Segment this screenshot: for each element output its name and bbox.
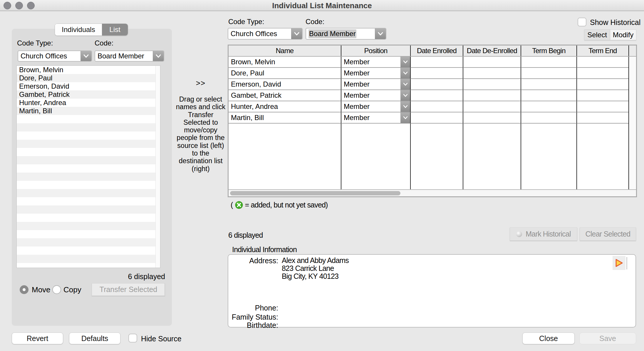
chevron-down-icon[interactable] [400, 90, 410, 101]
table-cell-empty[interactable] [576, 112, 628, 124]
dest-code-type-dropdown[interactable]: Church Offices [228, 28, 303, 40]
table-cell-empty[interactable] [463, 57, 521, 68]
list-item[interactable]: Brown, Melvin [17, 66, 160, 74]
column-header-date-de-enrolled[interactable]: Date De-Enrolled [463, 45, 521, 56]
table-cell-empty[interactable] [463, 101, 521, 112]
source-name-list[interactable]: Brown, MelvinDore, PaulEmerson, DavidGam… [16, 65, 160, 268]
table-cell-empty[interactable] [521, 101, 576, 112]
chevron-down-icon[interactable] [153, 51, 164, 61]
table-cell-name[interactable]: Hunter, Andrea [229, 101, 341, 112]
copy-radio[interactable] [52, 285, 61, 294]
defaults-button[interactable]: Defaults [69, 333, 120, 344]
table-row[interactable]: Brown, MelvinMember [229, 57, 636, 68]
mark-historical-button[interactable]: Mark Historical [510, 227, 577, 241]
table-cell-empty[interactable] [410, 101, 463, 112]
table-cell-empty[interactable] [410, 112, 463, 124]
table-cell-empty[interactable] [410, 90, 463, 101]
chevron-down-icon[interactable] [400, 101, 410, 112]
source-code-dropdown[interactable]: Board Member [95, 50, 164, 62]
tab-individuals[interactable]: Individuals [55, 24, 102, 36]
list-item[interactable]: Gambet, Patrick [17, 90, 160, 99]
table-cell-empty[interactable] [521, 90, 576, 101]
chevron-down-icon[interactable] [400, 57, 410, 67]
hide-source-label[interactable]: Hide Source [141, 335, 182, 343]
clear-selected-button[interactable]: Clear Selected [580, 227, 636, 241]
table-row[interactable]: Emerson, DavidMember [229, 79, 636, 90]
copy-radio-label[interactable]: Copy [63, 285, 81, 294]
position-dropdown[interactable]: Member [341, 79, 410, 90]
table-row[interactable]: Martin, BillMember [229, 112, 636, 124]
revert-button[interactable]: Revert [12, 333, 63, 344]
table-cell-empty[interactable] [576, 68, 628, 79]
table-horizontal-scrollbar[interactable] [229, 189, 636, 196]
table-vertical-scrollbar[interactable] [628, 112, 636, 124]
table-cell-empty[interactable] [463, 90, 521, 101]
table-cell-empty[interactable] [576, 79, 628, 90]
table-vertical-scrollbar[interactable] [628, 68, 636, 79]
transfer-selected-button[interactable]: Transfer Selected [92, 283, 165, 296]
table-cell-empty[interactable] [463, 79, 521, 90]
table-vertical-scrollbar[interactable] [628, 101, 636, 112]
chevron-down-icon[interactable] [291, 28, 302, 39]
table-cell-empty[interactable] [521, 57, 576, 68]
chevron-down-icon[interactable] [400, 112, 410, 123]
column-header-term-end[interactable]: Term End [576, 45, 628, 56]
table-cell-empty[interactable] [463, 68, 521, 79]
hide-source-checkbox[interactable] [128, 334, 137, 342]
table-cell-empty[interactable] [410, 57, 463, 68]
tab-list[interactable]: List [102, 24, 128, 36]
table-cell-name[interactable]: Emerson, David [229, 79, 341, 90]
chevron-down-icon[interactable] [400, 68, 410, 78]
select-button[interactable]: Select [584, 30, 610, 40]
position-dropdown[interactable]: Member [341, 68, 410, 78]
table-vertical-scrollbar[interactable] [628, 124, 636, 189]
chevron-down-icon[interactable] [400, 79, 410, 90]
position-dropdown[interactable]: Member [341, 112, 410, 123]
table-cell-empty[interactable] [576, 57, 628, 68]
table-vertical-scrollbar[interactable] [628, 90, 636, 101]
column-header-term-begin[interactable]: Term Begin [521, 45, 576, 56]
list-item[interactable]: Hunter, Andrea [17, 99, 160, 107]
table-cell-name[interactable]: Martin, Bill [229, 112, 341, 124]
list-item[interactable]: Dore, Paul [17, 74, 160, 82]
chevron-down-icon[interactable] [375, 28, 386, 39]
source-list-scrollbar[interactable] [155, 66, 160, 268]
position-dropdown[interactable]: Member [341, 101, 410, 112]
column-header-date-enrolled[interactable]: Date Enrolled [410, 45, 463, 56]
save-button[interactable]: Save [579, 333, 636, 344]
chevron-down-icon[interactable] [80, 51, 91, 61]
column-header-name[interactable]: Name [229, 45, 341, 56]
table-row[interactable]: Gambet, PatrickMember [229, 90, 636, 101]
move-radio-label[interactable]: Move [32, 285, 51, 294]
table-cell-empty[interactable] [576, 101, 628, 112]
column-header-position[interactable]: Position [341, 45, 410, 56]
table-vertical-scrollbar[interactable] [628, 79, 636, 90]
info-scrollbar[interactable] [626, 257, 627, 269]
table-cell-empty[interactable] [521, 68, 576, 79]
modify-button[interactable]: Modify [610, 30, 636, 40]
show-historical-label[interactable]: Show Historical [590, 18, 640, 27]
table-row[interactable]: Hunter, AndreaMember [229, 101, 636, 112]
table-cell-empty[interactable] [463, 112, 521, 124]
dest-code-dropdown[interactable]: Board Member [306, 28, 386, 40]
table-cell-empty[interactable] [410, 68, 463, 79]
table-cell-name[interactable]: Brown, Melvin [229, 57, 341, 68]
table-cell-empty[interactable] [521, 79, 576, 90]
show-historical-checkbox[interactable] [578, 18, 586, 26]
table-cell-name[interactable]: Dore, Paul [229, 68, 341, 79]
list-item[interactable]: Emerson, David [17, 82, 160, 90]
move-radio[interactable] [20, 285, 28, 294]
source-code-type-dropdown[interactable]: Church Offices [18, 50, 92, 62]
table-cell-empty[interactable] [521, 112, 576, 124]
position-dropdown[interactable]: Member [341, 90, 410, 101]
go-to-individual-button[interactable] [613, 256, 625, 270]
table-cell-empty[interactable] [576, 90, 628, 101]
scrollbar-thumb[interactable] [230, 191, 400, 195]
position-dropdown[interactable]: Member [341, 57, 410, 67]
table-cell-empty[interactable] [410, 79, 463, 90]
list-item[interactable]: Martin, Bill [17, 107, 160, 115]
table-cell-name[interactable]: Gambet, Patrick [229, 90, 341, 101]
table-row[interactable]: Dore, PaulMember [229, 68, 636, 79]
close-button[interactable]: Close [522, 333, 575, 344]
table-vertical-scrollbar[interactable] [628, 57, 636, 68]
